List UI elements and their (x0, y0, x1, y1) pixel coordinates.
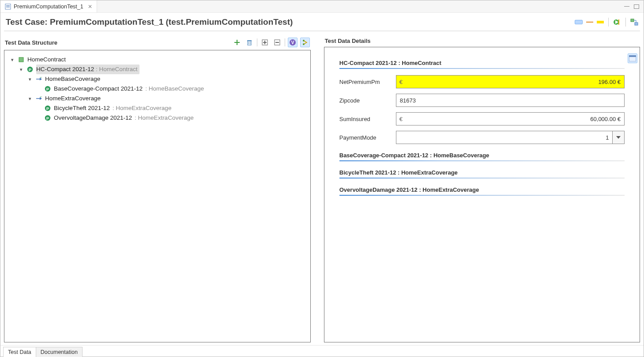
collapse-all-icon[interactable] (272, 38, 282, 47)
caret-icon[interactable] (19, 65, 24, 74)
testcase-file-icon (5, 4, 11, 10)
add-icon[interactable] (232, 38, 242, 47)
editor-tab-label: PremiumComputationTest_1 (14, 4, 83, 10)
product-icon: P (44, 105, 51, 112)
editor-tabbar: PremiumComputationTest_1 ✕ (0, 0, 644, 13)
svg-text:P: P (40, 77, 42, 79)
svg-rect-25 (19, 57, 23, 62)
tree-label: HomeExtraCoverage (45, 94, 101, 103)
delete-icon[interactable] (245, 38, 254, 47)
svg-rect-13 (247, 40, 252, 41)
tree-type: : HomeExtraCoverage (113, 103, 172, 113)
caret-icon[interactable] (27, 94, 33, 103)
svg-text:P: P (46, 116, 49, 121)
tree-row[interactable]: P HomeBaseCoverage (8, 74, 307, 84)
field-label-zipcode: Zipcode (339, 97, 391, 104)
svg-text:P: P (46, 106, 49, 111)
svg-rect-5 (618, 19, 619, 25)
svg-rect-6 (631, 19, 634, 22)
tab-test-data[interactable]: Test Data (3, 347, 36, 357)
minimize-icon[interactable] (624, 6, 629, 7)
tree-row[interactable]: P BicycleTheft 2021-12 : HomeExtraCovera… (8, 103, 307, 113)
validation-icon[interactable]: V (288, 38, 298, 47)
window-controls (624, 0, 644, 12)
product-icon: P (26, 66, 34, 73)
product-icon: P (44, 114, 51, 122)
expand-all-icon[interactable] (260, 38, 270, 47)
association-icon: P (35, 76, 42, 83)
right-panel-title: Test Data Details (325, 38, 371, 44)
svg-text:P: P (46, 87, 49, 91)
zipcode-input[interactable] (396, 94, 625, 107)
svg-rect-7 (635, 23, 638, 25)
association-icon: P (35, 95, 42, 102)
details-panel: HC-Compact 2021-12 : HomeContract NetPre… (324, 47, 640, 342)
field-label-suminsured: SumInsured (339, 116, 391, 122)
tree-type: : HomeContract (94, 66, 137, 72)
svg-text:V: V (291, 40, 294, 45)
svg-text:P: P (29, 68, 31, 72)
field-label-paymentmode: PaymentMode (339, 134, 391, 141)
tree-row[interactable]: P OvervoltageDamage 2021-12 : HomeExtraC… (8, 113, 307, 123)
link-components-icon[interactable] (630, 18, 638, 26)
close-tab-icon[interactable]: ✕ (88, 4, 92, 10)
bottom-tabbar: Test Data Documentation (0, 345, 644, 357)
tree-label: OvervoltageDamage 2021-12 (54, 113, 132, 123)
caret-icon[interactable] (10, 55, 15, 65)
svg-rect-14 (249, 42, 249, 44)
svg-rect-18 (263, 42, 267, 43)
run-test-icon[interactable] (613, 18, 621, 26)
section-header: BicycleTheft 2021-12 : HomeExtraCoverage (339, 169, 625, 178)
tree-type: : HomeExtraCoverage (135, 113, 194, 123)
tree-label: HC-Compact 2021-12 (36, 66, 94, 72)
svg-rect-20 (275, 42, 279, 43)
svg-text:P: P (40, 96, 42, 98)
suminsured-input[interactable] (396, 112, 625, 125)
highlight-cell-icon[interactable] (597, 21, 604, 23)
caret-icon[interactable] (27, 74, 33, 84)
page-title: Test Case: PremiumComputationTest_1 (tes… (6, 17, 293, 27)
tree-panel: HomeContract P HC-Compact 2021-12 : Home… (4, 50, 311, 342)
section-header: BaseCoverage-Compact 2021-12 : HomeBaseC… (339, 152, 625, 160)
paymentmode-input[interactable] (396, 131, 613, 144)
tree-label: BicycleTheft 2021-12 (54, 103, 110, 113)
tab-documentation[interactable]: Documentation (36, 347, 83, 357)
highlight-row-icon[interactable] (586, 22, 593, 23)
product-icon: P (44, 85, 51, 92)
svg-rect-15 (250, 42, 250, 44)
tree-type: : HomeBaseCoverage (145, 84, 204, 94)
tree-row-root[interactable]: HomeContract (8, 55, 307, 65)
section-header: OvervoltageDamage 2021-12 : HomeExtraCov… (339, 186, 625, 195)
svg-rect-1 (6, 5, 10, 6)
editor-tab[interactable]: PremiumComputationTest_1 ✕ (0, 0, 97, 12)
highlight-all-icon[interactable] (575, 20, 583, 24)
svg-rect-9 (629, 55, 636, 57)
dropdown-toggle-icon[interactable] (613, 131, 625, 144)
component-root-icon (18, 56, 25, 63)
tree-label: HomeContract (27, 55, 66, 65)
tree-row[interactable]: P BaseCoverage-Compact 2021-12 : HomeBas… (8, 84, 307, 94)
tree-label: BaseCoverage-Compact 2021-12 (54, 84, 143, 94)
field-label-netpremium: NetPremiumPm (339, 79, 391, 85)
svg-rect-2 (6, 7, 10, 8)
netpremium-input[interactable] (396, 75, 625, 88)
svg-rect-11 (234, 42, 240, 43)
details-layout-icon[interactable] (628, 53, 637, 63)
tree-link-icon[interactable] (300, 38, 310, 47)
title-toolbar (575, 18, 638, 27)
section-header: HC-Compact 2021-12 : HomeContract (339, 60, 625, 68)
svg-rect-12 (248, 41, 251, 45)
tree-row[interactable]: P HC-Compact 2021-12 : HomeContract (8, 65, 307, 74)
tree-row[interactable]: P HomeExtraCoverage (8, 94, 307, 103)
maximize-icon[interactable] (634, 4, 639, 9)
left-panel-title: Test Data Structure (5, 39, 57, 46)
tree-label: HomeBaseCoverage (45, 74, 100, 84)
